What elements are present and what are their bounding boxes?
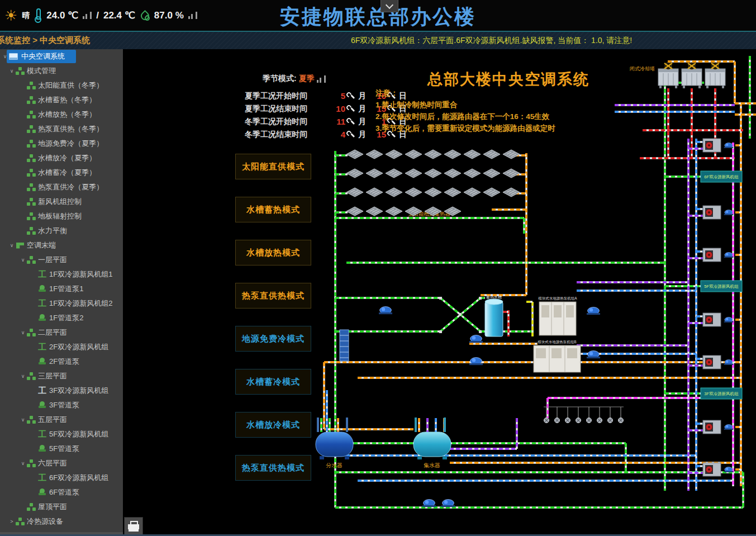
tree-item-21[interactable]: 2F管道泵	[0, 354, 123, 369]
tree-item-23[interactable]: 3F双冷源新风机组	[0, 383, 123, 398]
terminal-device-6[interactable]	[608, 418, 613, 423]
mode-button-2[interactable]: 水槽放热模式	[235, 240, 311, 265]
tree-item-18[interactable]: 1F管道泵2	[0, 311, 123, 325]
tree-item-9[interactable]: 热泵直供冷（夏季）	[0, 180, 123, 195]
cooling-tower-group[interactable]: 闭式冷却塔	[630, 63, 725, 88]
print-button[interactable]	[124, 517, 143, 535]
floor-ahu-unit-0[interactable]	[703, 139, 733, 152]
storage-tank[interactable]: 蓄热水槽	[485, 295, 503, 336]
tree-item-32[interactable]: >冷热源设备	[0, 514, 123, 529]
tree-item-1[interactable]: ∨模式管理	[0, 64, 123, 78]
tree-item-0[interactable]: ∨中央空调系统	[0, 49, 123, 64]
tree-item-13[interactable]: ∨空调末端	[0, 238, 123, 253]
tree-item-19[interactable]: ∨二层平面	[0, 325, 123, 340]
tree-item-29[interactable]: 6F双冷源新风机组	[0, 471, 123, 485]
terminal-device-1[interactable]	[555, 418, 560, 423]
tree-item-7[interactable]: 水槽放冷（夏季）	[0, 151, 123, 165]
terminal-device-2[interactable]	[565, 418, 570, 423]
pump[interactable]	[724, 360, 734, 365]
tree-item-16[interactable]: 1F管道泵1	[0, 282, 123, 296]
mode-button-5[interactable]: 水槽蓄冷模式	[235, 369, 311, 395]
pump-2[interactable]	[469, 358, 483, 366]
month-value[interactable]: 11	[329, 117, 345, 126]
season-mode-value[interactable]: 夏季	[299, 74, 315, 84]
pump[interactable]	[724, 467, 734, 472]
ahu-name-plate-2[interactable]: 3F双冷源新风机组	[701, 388, 742, 399]
pump-0[interactable]	[379, 307, 392, 315]
pump[interactable]	[724, 425, 734, 430]
month-value[interactable]: 5	[329, 91, 345, 101]
chevron-down-icon[interactable]: ∨	[19, 373, 27, 379]
season-trend-icon[interactable]	[317, 75, 326, 83]
mode-button-6[interactable]: 水槽放冷模式	[235, 412, 311, 438]
month-value[interactable]: 4	[329, 130, 345, 139]
pump[interactable]	[724, 143, 734, 148]
chevron-down-icon[interactable]: ∨	[1, 54, 9, 59]
floor-ahu-unit-3[interactable]	[703, 313, 733, 326]
terminal-device-0[interactable]	[544, 418, 549, 423]
wrench-icon[interactable]	[346, 131, 354, 138]
floor-ahu-unit-2[interactable]	[703, 248, 733, 262]
month-value[interactable]: 10	[329, 104, 345, 113]
tree-item-15[interactable]: 1F双冷源新风机组1	[0, 267, 123, 282]
tree-item-20[interactable]: 2F双冷源新风机组	[0, 340, 123, 354]
chevron-down-icon[interactable]: ∨	[19, 461, 27, 466]
terminal-device-3[interactable]	[576, 418, 581, 423]
chevron-down-icon[interactable]: ∨	[19, 257, 27, 263]
tree-item-5[interactable]: 热泵直供热（冬季）	[0, 122, 123, 136]
tree-item-3[interactable]: 水槽蓄热（冬季）	[0, 93, 123, 107]
tree-item-4[interactable]: 水槽放热（冬季）	[0, 107, 123, 122]
wrench-icon[interactable]	[346, 105, 354, 112]
chevron-down-icon[interactable]: ∨	[19, 330, 27, 335]
wrench-icon[interactable]	[346, 92, 354, 99]
pump-6[interactable]	[441, 500, 455, 507]
chevron-down-icon[interactable]: ∨	[8, 243, 16, 248]
tree-item-24[interactable]: 3F管道泵	[0, 398, 123, 412]
wrench-icon[interactable]	[346, 118, 354, 125]
tree-item-28[interactable]: ∨六层平面	[0, 456, 123, 471]
pump-4[interactable]	[587, 351, 600, 359]
mode-button-7[interactable]: 热泵直供热模式	[235, 455, 311, 481]
ahu-name-plate-1[interactable]: 5F双冷源新风机组	[701, 281, 742, 292]
floor-ahu-unit-1[interactable]	[703, 206, 733, 219]
plate-heat-exchanger[interactable]	[340, 330, 349, 361]
tree-item-12[interactable]: 水力平衡	[0, 224, 123, 238]
tree-item-2[interactable]: 太阳能直供（冬季）	[0, 78, 123, 93]
collapse-header-button[interactable]	[381, 0, 398, 12]
tree-item-10[interactable]: 新风机组控制	[0, 195, 123, 209]
alarm-ticker[interactable]: 6F双冷源新风机组：六层平面.6F双冷源新风机组.缺风报警, 当前值： 1.0,…	[351, 36, 632, 46]
pump[interactable]	[724, 210, 734, 215]
terminal-device-7[interactable]	[619, 418, 624, 423]
floor-ahu-unit-5[interactable]	[703, 420, 733, 434]
mode-button-0[interactable]: 太阳能直供模式	[235, 154, 311, 179]
pump-5[interactable]	[422, 500, 436, 507]
tree-item-6[interactable]: 地源免费冷（夏季）	[0, 136, 123, 151]
tree-item-25[interactable]: ∨五层平面	[0, 412, 123, 427]
ahu-name-plate-0[interactable]: 6F双冷源新风机组	[701, 171, 742, 182]
tree-item-31[interactable]: 屋顶平面	[0, 500, 123, 514]
tree-item-26[interactable]: 5F双冷源新风机组	[0, 427, 123, 442]
mode-button-4[interactable]: 地源免费冷模式	[235, 326, 311, 352]
pump[interactable]	[724, 317, 734, 322]
heat-pump-b[interactable]: 模块式水地源热泵机组B	[534, 340, 581, 372]
terminal-device-4[interactable]	[587, 418, 592, 423]
pump[interactable]	[724, 253, 734, 258]
pump-1[interactable]	[469, 335, 483, 343]
chevron-down-icon[interactable]: ∨	[19, 417, 27, 423]
tree-item-27[interactable]: 5F管道泵	[0, 442, 123, 456]
mode-button-3[interactable]: 热泵直供热模式	[235, 283, 311, 309]
tree-item-8[interactable]: 水槽蓄冷（夏季）	[0, 165, 123, 180]
tree-item-22[interactable]: ∨三层平面	[0, 369, 123, 383]
breadcrumb[interactable]: 系统监控 > 中央空调系统	[0, 35, 90, 46]
pump-3[interactable]	[587, 307, 600, 315]
chevron-down-icon[interactable]: ∨	[8, 68, 16, 74]
tree-item-14[interactable]: ∨一层平面	[0, 253, 123, 267]
terminal-device-5[interactable]	[597, 418, 602, 423]
chevron-right-icon[interactable]: >	[8, 519, 16, 524]
floor-ahu-unit-4[interactable]	[703, 355, 733, 369]
mode-button-1[interactable]: 水槽蓄热模式	[235, 197, 311, 222]
floor-ahu-unit-6[interactable]	[703, 463, 733, 476]
tree-item-17[interactable]: 1F双冷源新风机组2	[0, 296, 123, 311]
tree-item-30[interactable]: 6F管道泵	[0, 485, 123, 500]
tree-item-11[interactable]: 地板辐射控制	[0, 209, 123, 224]
